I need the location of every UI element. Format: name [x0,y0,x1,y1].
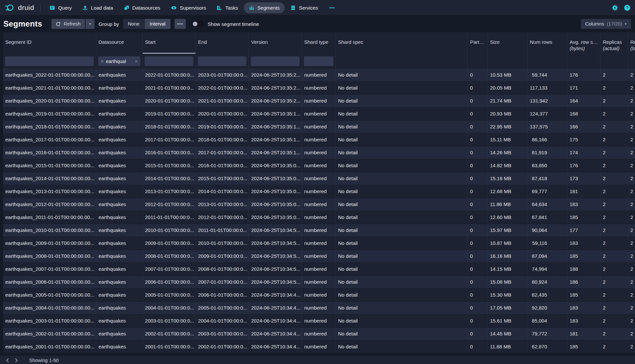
cell-start: 2015-01-01T00:00:0... [143,159,196,172]
cell-start: 2008-01-01T00:00:0... [143,250,196,262]
columns-button[interactable]: Columns (17/20) ▾ [581,19,631,29]
nav-item-label: Segments [257,5,280,11]
cell-replication_factor: 2 [628,250,635,262]
filter-cell-partition [468,54,488,69]
help-icon[interactable]: ? [624,5,630,11]
top-navigation: druid QueryLoad dataDatasourcesSuperviso… [0,0,635,16]
column-header-start[interactable]: Start [143,32,196,54]
chevron-down-icon: ▾ [89,22,91,26]
nav-item-supervisors[interactable]: Supervisors [166,2,211,13]
cell-partition: 0 [468,82,488,94]
group-by-option-none[interactable]: None [123,19,145,29]
cell-datasource: earthquakes [96,120,143,133]
cell-partition: 0 [468,263,488,275]
table-row: earthquakes_2022-01-01T00:00:00.00...ear… [3,69,635,82]
column-header-replication_factor[interactable]: Replication factor(target) [628,32,635,54]
column-header-num_rows[interactable]: Num rows [528,32,567,54]
filter-cell-avg_row_size [567,54,600,69]
refresh-dropdown-button[interactable]: ▾ [86,19,95,29]
nav-item-query[interactable]: Query [44,2,77,13]
cell-size: 20.05 MB [488,82,528,94]
group-by-option-interval[interactable]: Interval [145,19,171,29]
previous-page-button[interactable] [3,356,12,364]
filter-input-shard_type[interactable] [304,56,333,66]
cell-num_rows: 90,064 [528,224,567,237]
filter-input-start[interactable] [145,56,193,66]
column-header-partition[interactable]: Partition [468,32,488,54]
refresh-button[interactable]: Refresh [51,19,85,29]
cell-shard_type: numbered [302,198,336,211]
svg-text:?: ? [626,6,629,10]
cell-datasource: earthquakes [96,82,143,94]
cell-partition: 0 [468,328,488,340]
filter-input-segment_id[interactable] [5,56,94,66]
cell-datasource: earthquakes [96,289,143,301]
table-row: earthquakes_2017-01-01T00:00:00.00...ear… [3,133,635,146]
cell-avg_row_size: 185 [567,340,600,353]
table-row: earthquakes_2011-01-01T00:00:00.00...ear… [3,211,635,224]
segment-timeline-toggle[interactable] [192,21,204,27]
cell-shard_type: numbered [302,82,336,94]
cell-replicas: 2 [600,302,628,314]
cell-version: 2024-06-25T10:35:1... [249,120,302,133]
gear-icon[interactable] [612,5,618,11]
cell-size: 14.45 MB [488,328,528,340]
druid-logo[interactable]: druid [5,3,34,13]
cell-start: 2009-01-01T00:00:0... [143,237,196,250]
column-header-size[interactable]: Size [488,32,528,54]
nav-item-datasources[interactable]: Datasources [119,2,165,13]
column-header-version[interactable]: Version [249,32,302,54]
column-header-shard_spec[interactable]: Shard spec [336,32,468,54]
cell-size: 20.93 MB [488,108,528,120]
filter-cell-replication_factor [628,54,635,69]
cell-avg_row_size: 185 [567,211,600,224]
cell-version: 2024-06-25T10:34:5... [249,263,302,275]
cell-shard_spec: No detail [336,172,468,185]
cell-size: 14.26 MB [488,146,528,159]
cell-num_rows: 124,377 [528,108,567,120]
column-header-end[interactable]: End [196,32,249,54]
more-options-button[interactable]: ••• [175,19,186,29]
clear-filter-icon[interactable]: × [135,58,138,64]
table-row: earthquakes_2008-01-01T00:00:00.00...ear… [3,250,635,263]
nav-item-services[interactable]: Services [285,2,323,13]
cell-end: 2023-01-01T00:00:0... [196,69,249,81]
cell-replication_factor: 2 [628,340,635,353]
cell-shard_spec: No detail [336,315,468,327]
filter-value: earthquakes [106,59,126,64]
cell-start: 2020-01-01T00:00:0... [143,95,196,107]
cell-end: 2016-01-01T00:00:0... [196,159,249,172]
nav-item-load-data[interactable]: Load data [77,2,118,13]
next-page-button[interactable] [12,356,21,364]
cell-segment_id: earthquakes_2015-01-01T00:00:00.00... [3,159,96,172]
cell-partition: 0 [468,237,488,250]
column-header-segment_id[interactable]: Segment ID [3,32,96,54]
filter-input-end[interactable] [198,56,247,66]
cell-size: 15.97 MB [488,224,528,237]
table-row: earthquakes_2020-01-01T00:00:00.00...ear… [3,95,635,108]
nav-item-segments[interactable]: Segments [244,2,285,13]
cell-end: 2018-01-01T00:00:0... [196,133,249,146]
column-header-avg_row_size[interactable]: Avg. row size(bytes) [567,32,600,54]
column-header-shard_type[interactable]: Shard type [302,32,336,54]
cell-start: 2001-01-01T00:00:0... [143,340,196,353]
column-header-replicas[interactable]: Replicas(actual) [600,32,628,54]
cell-replication_factor: 2 [628,302,635,314]
cell-end: 2010-01-01T00:00:0... [196,237,249,250]
datasource-filter-chip[interactable]: =earthquakes× [98,56,140,66]
table-row: earthquakes_2002-01-01T00:00:00.00...ear… [3,328,635,340]
nav-item-tasks[interactable]: Tasks [212,2,243,13]
cell-replication_factor: 2 [628,108,635,120]
filter-cell-size [488,54,528,69]
filter-input-version[interactable] [251,56,300,66]
column-header-datasource[interactable]: Datasource [96,32,143,54]
cell-size: 12.68 MB [488,185,528,198]
cell-segment_id: earthquakes_2022-01-01T00:00:00.00... [3,69,96,81]
cell-end: 2015-01-01T00:00:0... [196,172,249,185]
cell-end: 2007-01-01T00:00:0... [196,276,249,288]
nav-more-button[interactable] [324,2,340,13]
cell-partition: 0 [468,302,488,314]
cell-start: 2012-01-01T00:00:0... [143,198,196,211]
pagination-bar: Showing 1-50 [0,356,635,364]
cell-shard_spec: No detail [336,340,468,353]
